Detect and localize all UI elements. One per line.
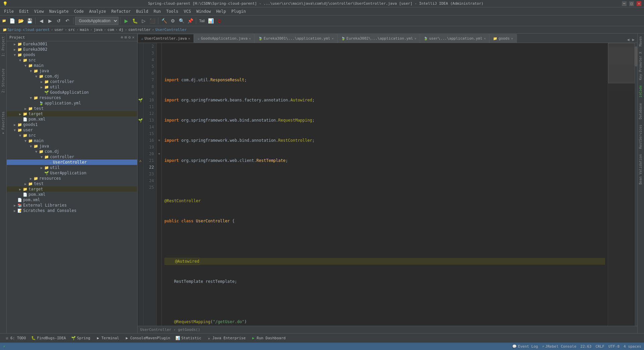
tab-close-usercontroller[interactable]: ✕ xyxy=(188,37,190,40)
tree-item-user-controller[interactable]: ▼ 📁 controller xyxy=(7,154,137,160)
toolbar-btn-5[interactable]: ⚙ xyxy=(169,17,177,25)
tool-rundashboard[interactable]: ▶ Run Dashboard xyxy=(249,335,287,341)
stop-button[interactable]: ⬛ xyxy=(148,17,156,25)
fold-arrow-16[interactable]: ▼ xyxy=(157,137,161,144)
tree-item-user-src[interactable]: ▼ 📁 src xyxy=(7,133,137,138)
tree-item-goods-appyml[interactable]: 🍃 application.yml xyxy=(7,100,137,106)
menu-run[interactable]: Run xyxy=(151,8,164,14)
bc-com[interactable]: com xyxy=(107,28,114,32)
tree-item-goods[interactable]: ▼ 📁 goods xyxy=(7,52,137,57)
close-button[interactable]: ✕ xyxy=(637,1,641,6)
tree-item-user-test[interactable]: ▶ 📁 test xyxy=(7,181,137,186)
tree-item-goodsapp[interactable]: 🌱 GoodsApplication xyxy=(7,90,137,95)
tab-scroll-right[interactable]: ▶ xyxy=(631,37,636,43)
tree-item-ext-libs[interactable]: ▶ 📚 External Libraries xyxy=(7,203,137,208)
menu-edit[interactable]: Edit xyxy=(16,8,32,14)
tree-item-eureka3001[interactable]: ▶ 📁 Eureka3001 xyxy=(7,41,137,47)
tree-item-user-target[interactable]: ▶ 📁 target xyxy=(7,186,137,192)
tree-locate-icon[interactable]: ⊕ xyxy=(121,35,123,40)
tree-item-goods-test[interactable]: ▶ 📁 test xyxy=(7,106,137,111)
tree-item-user-main[interactable]: ▼ 📁 main xyxy=(7,138,137,143)
tab-close-user-yml[interactable]: ✕ xyxy=(484,37,486,40)
menu-analyze[interactable]: Analyze xyxy=(86,8,109,14)
tail-button[interactable]: Tail xyxy=(198,17,206,25)
tool-consolemaven[interactable]: ▶ ConsoleMavenPlugin xyxy=(122,335,172,341)
tab-eureka3002-yml[interactable]: 🍃 Eureka3002\...\application.yml ✕ xyxy=(337,34,420,43)
run-button[interactable]: ▶ xyxy=(122,17,130,25)
tree-item-user[interactable]: ▼ 📁 user xyxy=(7,127,137,133)
menu-file[interactable]: File xyxy=(1,8,16,14)
menu-plugin[interactable]: Plugin xyxy=(229,8,249,14)
tree-item-user-resources[interactable]: ▶ 📁 resources xyxy=(7,176,137,181)
tree-item-goods-util[interactable]: ▶ 📁 util xyxy=(7,84,137,90)
toolbar-btn-7[interactable]: 📌 xyxy=(186,17,194,25)
tree-item-goods-src[interactable]: ▼ 📁 src xyxy=(7,57,137,63)
tree-item-pom-root[interactable]: 📄 pom.xml xyxy=(7,197,137,203)
tab-close-eureka3002[interactable]: ✕ xyxy=(414,37,416,40)
jrebel-status[interactable]: ⚡ xyxy=(3,344,5,349)
tree-item-user-util[interactable]: ▶ 📁 util xyxy=(7,165,137,170)
tool-findbugs[interactable]: 🐛 FindBugs-IDEA xyxy=(29,335,68,341)
menu-code[interactable]: Code xyxy=(71,8,87,14)
tree-item-goods-pom[interactable]: 📄 pom.xml xyxy=(7,117,137,122)
tab-goods[interactable]: 📁 goods ✕ xyxy=(489,34,517,43)
tab-usercontroller[interactable]: ☕ UserController.java ✕ xyxy=(138,34,194,43)
tree-item-user-com-dj[interactable]: ▼ 📁 com.dj xyxy=(7,149,137,154)
tab-goodsapp[interactable]: ☕ GoodsApplication.java ✕ xyxy=(194,34,255,43)
tool-spring[interactable]: 🌱 Spring xyxy=(69,335,92,341)
bc-java[interactable]: java xyxy=(94,28,103,32)
menu-view[interactable]: View xyxy=(32,8,47,14)
tab-user-yml[interactable]: 🍃 user\...\application.yml ✕ xyxy=(420,34,489,43)
toolbar-btn-save[interactable]: 💾 xyxy=(25,17,34,25)
jrebel-console-status[interactable]: ⚡ JRebel Console xyxy=(542,344,576,349)
menu-tools[interactable]: Tools xyxy=(164,8,181,14)
menu-help[interactable]: Help xyxy=(214,8,229,14)
scrollbar-thumb[interactable] xyxy=(635,46,637,67)
menu-build[interactable]: Build xyxy=(133,8,151,14)
run-with-coverage[interactable]: ▷ xyxy=(140,17,148,25)
menu-vcs[interactable]: VCS xyxy=(181,8,194,14)
left-tab-project[interactable]: 1: Project xyxy=(1,34,6,59)
tab-close-goodsapp[interactable]: ✕ xyxy=(249,37,251,40)
tree-item-goods-controller[interactable]: ▶ 📁 controller xyxy=(7,79,137,84)
build-button[interactable]: 🔨 xyxy=(160,17,168,25)
tab-close-eureka3001[interactable]: ✕ xyxy=(332,37,334,40)
bc-dj[interactable]: dj xyxy=(119,28,123,32)
line-col-status[interactable]: 22:63 xyxy=(580,344,591,349)
right-tab-restservices[interactable]: RestServices xyxy=(638,122,644,151)
left-tab-structure[interactable]: 2: Structure xyxy=(1,66,6,95)
tree-item-goods-main[interactable]: ▼ 📁 main xyxy=(7,63,137,68)
tree-item-eureka3002[interactable]: ▶ 📁 Eureka3002 xyxy=(7,47,137,52)
toolbar-btn-back[interactable]: ◀ xyxy=(37,17,45,25)
left-tab-favorites[interactable]: ★ Favorites xyxy=(1,109,6,138)
tree-item-goods-target[interactable]: ▶ 📁 target xyxy=(7,111,137,117)
right-tab-beanvalidation[interactable]: Bean Validation xyxy=(638,151,644,187)
bc-src[interactable]: src xyxy=(68,28,75,32)
toolbar-btn-undo[interactable]: ↶ xyxy=(63,17,71,25)
toolbar-btn-new[interactable]: 📄 xyxy=(8,17,16,25)
menu-window[interactable]: Window xyxy=(194,8,213,14)
bc-root[interactable]: Spring-cloud-parent xyxy=(7,28,50,32)
tab-close-goods[interactable]: ✕ xyxy=(511,37,513,40)
encoding-status[interactable]: UTF-8 xyxy=(608,344,620,349)
code-content[interactable]: import com.dj.util.ResponseResult; impor… xyxy=(162,43,608,326)
indent-status[interactable]: 4 spaces xyxy=(624,344,641,349)
toolbar-btn-6[interactable]: 🔍 xyxy=(177,17,185,25)
tree-item-goods1[interactable]: ▶ 📁 goods1 xyxy=(7,122,137,127)
bc-usercontroller[interactable]: UserController xyxy=(156,28,187,32)
bc-controller[interactable]: controller xyxy=(128,28,151,32)
debug-button[interactable]: 🐛 xyxy=(131,17,139,25)
toolbar-btn-8[interactable]: 📊 xyxy=(207,17,215,25)
tree-item-userapp[interactable]: 🌱 UserApplication xyxy=(7,170,137,176)
run-config-dropdown[interactable]: GoodsApplication xyxy=(75,17,118,25)
toolbar-btn-open[interactable]: 📂 xyxy=(17,17,25,25)
tree-item-goods-java[interactable]: ▼ 📁 java xyxy=(7,68,137,74)
toolbar-btn-forward[interactable]: ▶ xyxy=(46,17,54,25)
tool-terminal[interactable]: ▶ Terminal xyxy=(94,335,121,341)
vertical-scrollbar[interactable] xyxy=(635,43,637,326)
menu-navigate[interactable]: Navigate xyxy=(47,8,71,14)
bc-user[interactable]: user xyxy=(54,28,63,32)
toolbar-btn-9[interactable]: ⊘ xyxy=(215,17,223,25)
right-tab-keypromoter[interactable]: Key Promoter X xyxy=(638,49,644,83)
tree-expand-icon[interactable]: ⊞ xyxy=(124,35,127,40)
